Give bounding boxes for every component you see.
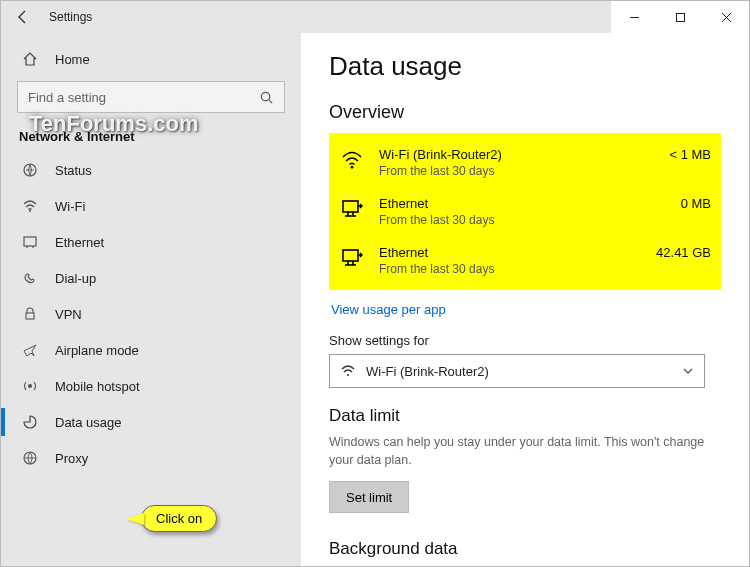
svg-line-3 (269, 99, 272, 102)
ethernet-icon (21, 233, 39, 251)
settings-content: Data usage Overview Wi-Fi (Brink-Router2… (301, 33, 749, 566)
sidebar-item-ethernet[interactable]: Ethernet (1, 224, 301, 260)
overview-sub: From the last 30 days (379, 262, 642, 276)
ethernet-icon (339, 245, 365, 271)
overview-name: Ethernet (379, 196, 667, 211)
sidebar-item-airplane[interactable]: Airplane mode (1, 332, 301, 368)
window-controls (611, 1, 749, 33)
airplane-icon (21, 341, 39, 359)
search-placeholder: Find a setting (28, 90, 106, 105)
title-bar: Settings (1, 1, 749, 33)
svg-rect-9 (26, 313, 34, 319)
data-usage-icon (21, 413, 39, 431)
overview-sub: From the last 30 days (379, 213, 667, 227)
overview-row[interactable]: Ethernet From the last 30 days 42.41 GB (339, 237, 711, 286)
sidebar-item-label: Airplane mode (55, 343, 139, 358)
proxy-icon (21, 449, 39, 467)
sidebar-item-vpn[interactable]: VPN (1, 296, 301, 332)
page-title: Data usage (329, 51, 721, 82)
svg-point-12 (351, 166, 354, 169)
background-data-heading: Background data (329, 539, 721, 559)
sidebar-category: Network & Internet (1, 121, 301, 152)
search-input[interactable]: Find a setting (17, 81, 285, 113)
view-per-app-link[interactable]: View usage per app (331, 302, 446, 317)
close-button[interactable] (703, 1, 749, 33)
sidebar-item-dialup[interactable]: Dial-up (1, 260, 301, 296)
maximize-button[interactable] (657, 1, 703, 33)
annotation-callout: Click on (141, 505, 217, 532)
sidebar-item-proxy[interactable]: Proxy (1, 440, 301, 476)
wifi-icon (340, 363, 356, 379)
data-limit-heading: Data limit (329, 406, 721, 426)
callout-text: Click on (156, 511, 202, 526)
svg-point-21 (347, 374, 349, 376)
data-limit-desc: Windows can help you stay under your dat… (329, 434, 709, 469)
overview-sub: From the last 30 days (379, 164, 655, 178)
home-icon (21, 50, 39, 68)
svg-point-2 (261, 92, 269, 100)
overview-name: Wi-Fi (Brink-Router2) (379, 147, 655, 162)
sidebar-item-label: Data usage (55, 415, 122, 430)
status-icon (21, 161, 39, 179)
svg-point-10 (28, 384, 32, 388)
sidebar-item-label: Proxy (55, 451, 88, 466)
wifi-icon (21, 197, 39, 215)
vpn-icon (21, 305, 39, 323)
overview-value: < 1 MB (669, 147, 711, 162)
dialup-icon (21, 269, 39, 287)
sidebar-item-status[interactable]: Status (1, 152, 301, 188)
chevron-down-icon (682, 365, 694, 377)
overview-heading: Overview (329, 102, 721, 123)
sidebar-item-label: Home (55, 52, 90, 67)
window-title: Settings (45, 10, 92, 24)
sidebar-item-home[interactable]: Home (1, 41, 301, 77)
overview-value: 0 MB (681, 196, 711, 211)
sidebar-item-label: VPN (55, 307, 82, 322)
overview-list: Wi-Fi (Brink-Router2) From the last 30 d… (329, 133, 721, 290)
hotspot-icon (21, 377, 39, 395)
wifi-icon (339, 147, 365, 173)
set-limit-button[interactable]: Set limit (329, 481, 409, 513)
sidebar-item-label: Wi-Fi (55, 199, 85, 214)
minimize-button[interactable] (611, 1, 657, 33)
sidebar-item-data-usage[interactable]: Data usage (1, 404, 301, 440)
overview-name: Ethernet (379, 245, 642, 260)
svg-rect-17 (343, 250, 358, 261)
sidebar-item-label: Ethernet (55, 235, 104, 250)
search-icon (259, 90, 274, 105)
svg-point-5 (29, 210, 31, 212)
svg-rect-13 (343, 201, 358, 212)
svg-rect-6 (24, 237, 36, 246)
sidebar-item-hotspot[interactable]: Mobile hotspot (1, 368, 301, 404)
overview-row[interactable]: Wi-Fi (Brink-Router2) From the last 30 d… (339, 139, 711, 188)
overview-value: 42.41 GB (656, 245, 711, 260)
sidebar-item-label: Mobile hotspot (55, 379, 140, 394)
sidebar-item-wifi[interactable]: Wi-Fi (1, 188, 301, 224)
show-settings-label: Show settings for (329, 333, 721, 348)
ethernet-icon (339, 196, 365, 222)
svg-rect-1 (676, 13, 684, 21)
show-settings-select[interactable]: Wi-Fi (Brink-Router2) (329, 354, 705, 388)
settings-sidebar: Home Find a setting Network & Internet S… (1, 33, 301, 566)
sidebar-item-label: Status (55, 163, 92, 178)
back-button[interactable] (1, 1, 45, 33)
overview-row[interactable]: Ethernet From the last 30 days 0 MB (339, 188, 711, 237)
sidebar-item-label: Dial-up (55, 271, 96, 286)
select-value: Wi-Fi (Brink-Router2) (366, 364, 489, 379)
